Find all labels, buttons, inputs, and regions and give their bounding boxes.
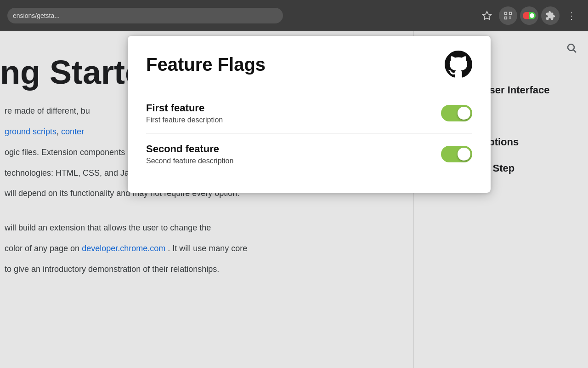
address-bar[interactable]: ensions/getsta... [7,8,283,23]
star-button[interactable] [478,6,496,25]
svg-rect-10 [510,18,511,19]
feature-item-2: Second feature Second feature descriptio… [146,134,472,174]
toolbar-icons: ⋮ [478,6,581,25]
svg-rect-7 [509,17,510,17]
qr-button[interactable] [499,6,517,25]
feature-toggle-2[interactable] [441,146,472,162]
github-icon[interactable] [445,51,472,78]
feature-desc-2: Second feature description [146,157,233,165]
feature-name-1: First feature [146,102,223,114]
svg-rect-4 [505,13,507,14]
svg-rect-6 [505,17,507,19]
feature-toggle-1[interactable] [441,105,472,121]
svg-rect-9 [509,18,510,19]
extensions-button[interactable] [541,6,560,25]
feature-item-1: First feature First feature description [146,93,472,134]
url-text: ensions/getsta... [13,12,60,19]
svg-rect-8 [510,17,511,17]
feature-flags-popup: Feature Flags First feature First featur… [128,36,491,193]
feature-name-2: Second feature [146,143,233,155]
svg-rect-5 [510,13,511,14]
menu-button[interactable]: ⋮ [562,6,581,25]
toggle-extension-button[interactable] [520,6,538,25]
popup-overlay: Feature Flags First feature First featur… [0,31,588,368]
page-content: ng Starte re made of different, bu groun… [0,31,588,368]
popup-title: Feature Flags [146,54,266,75]
popup-header: Feature Flags [146,51,472,78]
feature-info-2: Second feature Second feature descriptio… [146,143,233,165]
feature-info-1: First feature First feature description [146,102,223,124]
browser-toolbar: ensions/getsta... [0,0,588,31]
svg-marker-0 [483,12,491,19]
feature-desc-1: First feature description [146,116,223,124]
